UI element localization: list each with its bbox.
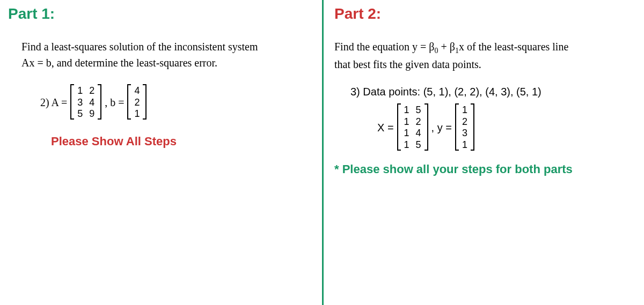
bracket-right-icon [424, 103, 428, 151]
data-points-line: 3) Data points: (5, 1), (2, 2), (4, 3), … [334, 86, 636, 98]
matrix-cell: 4 [134, 85, 140, 97]
bracket-left-icon [70, 84, 75, 120]
matrix-cell: 5 [77, 108, 83, 120]
bracket-right-icon [470, 103, 474, 151]
b-equals-label: , b = [105, 96, 124, 109]
bracket-left-icon [397, 103, 401, 151]
bracket-right-icon [97, 84, 101, 120]
vector-b: 4 2 1 [127, 84, 147, 121]
matrix-cell: 1 [404, 128, 410, 139]
matrix-cell: 1 [462, 105, 468, 116]
matrix-cell: 1 [77, 85, 83, 97]
matrix-cell: 2 [415, 116, 422, 128]
part2-matrices: X = 15 12 14 15 , y = 1 2 3 1 [334, 103, 636, 152]
matrix-cell: 2 [134, 97, 140, 109]
please-show-steps-label: Please Show All Steps [8, 135, 314, 148]
instruction-text: that best fits the given data points. [334, 58, 481, 70]
bracket-left-icon [455, 103, 459, 151]
y-equals-label: , y = [431, 122, 452, 134]
instruction-text: Ax = b, and determine the least-squares … [21, 57, 217, 69]
part1-column: Part 1: Find a least-squares solution of… [0, 0, 322, 305]
instruction-text: Find a least-squares solution of the inc… [21, 41, 258, 53]
part2-column: Part 2: Find the equation y = β0 + β1x o… [322, 0, 644, 305]
matrix-cell: 2 [462, 116, 468, 128]
matrix-cell: 1 [404, 116, 410, 128]
matrix-cell: 1 [404, 105, 410, 116]
matrix-X: 15 12 14 15 [397, 103, 428, 152]
matrix-cell: 9 [89, 108, 95, 120]
matrix-cell: 5 [415, 139, 422, 151]
instruction-text: x of the least-squares line [459, 41, 568, 53]
matrix-cell: 2 [89, 85, 95, 97]
problem-number-label: 3) [350, 86, 360, 98]
part1-title: Part 1: [8, 5, 314, 23]
matrix-cell: 1 [462, 139, 468, 151]
matrix-A: 12 34 59 [70, 84, 101, 121]
matrix-cell: 4 [89, 97, 95, 109]
part2-title: Part 2: [334, 5, 636, 23]
matrix-cell: 1 [404, 139, 410, 151]
matrix-cell: 5 [415, 105, 422, 116]
matrix-cell: 3 [462, 128, 468, 139]
bracket-left-icon [127, 84, 131, 120]
matrix-cell: 3 [77, 97, 83, 109]
problem-number-label: 2) A = [40, 96, 67, 109]
part1-instruction: Find a least-squares solution of the inc… [8, 39, 314, 71]
matrix-cell: 1 [134, 108, 140, 120]
data-points-text: Data points: (5, 1), (2, 2), (4, 3), (5,… [363, 86, 541, 98]
vector-y: 1 2 3 1 [455, 103, 474, 152]
bracket-right-icon [142, 84, 147, 120]
part2-instruction: Find the equation y = β0 + β1x of the le… [334, 39, 636, 72]
instruction-text: + β [438, 41, 455, 53]
matrix-cell: 4 [415, 128, 422, 139]
please-show-steps-both-label: * Please show all your steps for both pa… [334, 162, 636, 176]
part1-problem: 2) A = 12 34 59 , b = 4 2 1 [8, 84, 314, 121]
x-equals-label: X = [377, 122, 394, 134]
subscript: 1 [455, 47, 459, 55]
instruction-text: Find the equation y = β [334, 41, 434, 53]
